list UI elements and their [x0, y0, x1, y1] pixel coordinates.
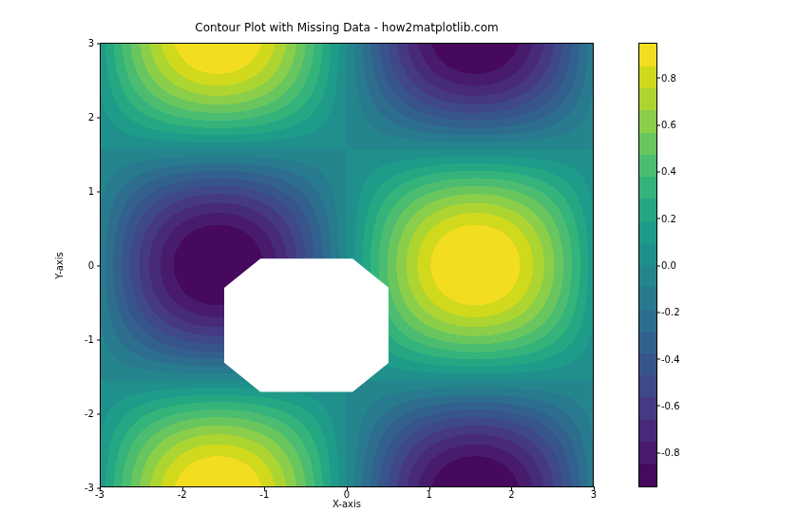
y-tick: -1 [71, 334, 94, 345]
y-axis-label: Y-axis [52, 43, 66, 487]
colorbar-tick: 0.8 [661, 72, 676, 83]
colorbar-tick: 0.0 [661, 260, 676, 271]
colorbar-gradient [639, 44, 656, 486]
colorbar-tick: 0.6 [661, 120, 676, 130]
colorbar-tick: -0.2 [661, 307, 680, 317]
contour-axes [100, 43, 594, 487]
x-axis-label: X-axis [100, 499, 594, 509]
figure: Contour Plot with Missing Data - how2mat… [0, 0, 798, 532]
colorbar-tick: -0.6 [661, 400, 680, 410]
y-tick: 1 [71, 186, 94, 197]
colorbar-tick: -0.8 [661, 447, 680, 458]
y-tick: 0 [71, 260, 94, 271]
colorbar-tick: -0.4 [661, 353, 680, 364]
colorbar [638, 43, 657, 487]
y-tick: -3 [71, 483, 94, 493]
y-tick: -2 [71, 408, 94, 419]
colorbar-tick: 0.4 [661, 166, 676, 177]
chart-title: Contour Plot with Missing Data - how2mat… [100, 21, 594, 34]
y-tick: 3 [71, 38, 94, 48]
colorbar-tick: 0.2 [661, 213, 676, 223]
missing-data-region [224, 258, 389, 391]
y-tick: 2 [71, 112, 94, 123]
